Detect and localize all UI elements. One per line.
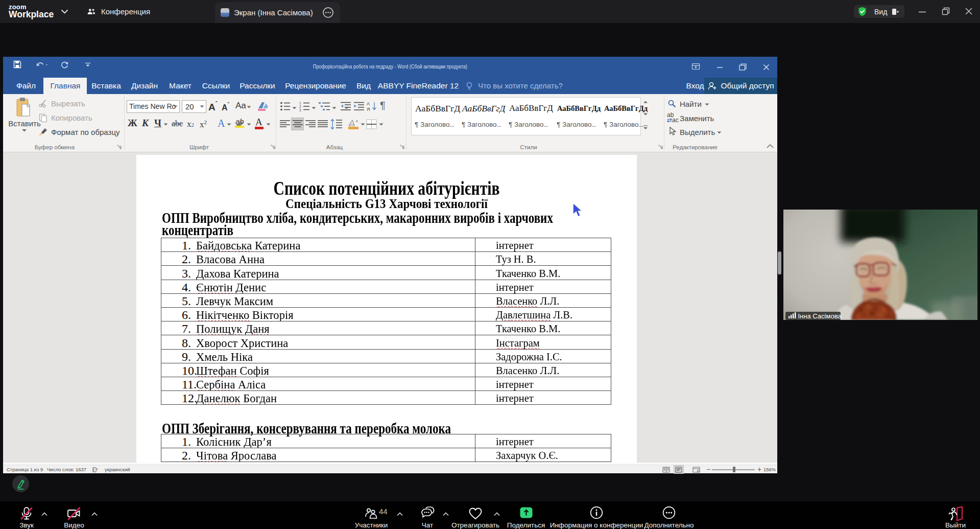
svg-text:1: 1 [299, 101, 301, 105]
svg-text:Я: Я [367, 107, 370, 112]
svg-text:3: 3 [299, 108, 301, 111]
svg-text:Інна Сасімова: Інна Сасімова [798, 312, 842, 320]
svg-text:А: А [367, 101, 370, 106]
svg-text:2: 2 [299, 105, 301, 108]
